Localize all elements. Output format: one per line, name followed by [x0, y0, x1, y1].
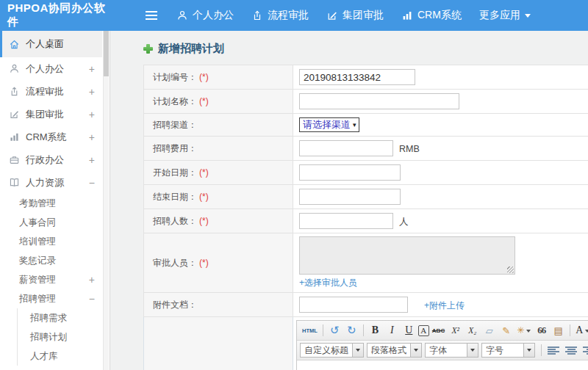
field-value-cell: RMB — [293, 137, 588, 161]
font-size-select[interactable]: 字号 — [481, 343, 535, 358]
sidebar-item-label: 培训管理 — [19, 236, 56, 248]
undo-button[interactable]: ↺ — [327, 323, 343, 338]
format-painter-button[interactable]: ✳ — [515, 323, 532, 338]
brush-button[interactable]: ✎ — [498, 323, 514, 338]
sidebar-item-personal-desktop[interactable]: 个人桌面 — [0, 31, 102, 57]
channel-select-value: 请选择渠道 — [303, 118, 351, 131]
sidebar-item-process-approval[interactable]: 流程审批+ — [0, 80, 102, 103]
sidebar-item-talent-pool[interactable]: 人才库 — [17, 347, 102, 366]
font-color-button[interactable]: A — [574, 323, 588, 338]
align-left-button[interactable] — [548, 347, 559, 355]
collapse-minus-icon[interactable]: − — [89, 177, 95, 189]
attachment-input[interactable] — [299, 297, 408, 313]
topnav-item-group-approval[interactable]: 集团审批 — [326, 9, 384, 22]
sidebar-item-label: 流程审批 — [26, 85, 64, 98]
custom-heading-select[interactable]: 自定义标题 — [300, 343, 364, 358]
field-label-cell: 招聘人数：(*) — [144, 209, 293, 233]
sidebar-item-label: 个人桌面 — [26, 37, 64, 51]
sidebar-item-training-mgmt[interactable]: 培训管理 — [0, 232, 102, 251]
topnav-item-crm-system[interactable]: CRM系统 — [401, 9, 462, 22]
sidebar-item-attendance-mgmt[interactable]: 考勤管理 — [0, 194, 102, 213]
sidebar-scrollbar[interactable] — [103, 31, 109, 370]
required-marker: (*) — [199, 72, 209, 82]
sidebar-item-recruitment-demand[interactable]: 招聘需求 — [17, 308, 102, 327]
sidebar-item-human-resources[interactable]: 人力资源− — [0, 171, 102, 194]
select-caret-button[interactable] — [410, 344, 421, 357]
expand-plus-icon[interactable]: + — [89, 274, 95, 286]
field-value-cell — [293, 90, 588, 114]
select-label: 字体 — [426, 344, 467, 357]
approver-textarea[interactable] — [299, 236, 515, 275]
html-source-button[interactable]: HTML — [301, 323, 319, 338]
topnav-item-personal-office[interactable]: 个人办公 — [176, 9, 234, 22]
sidebar-item-label: CRM系统 — [26, 131, 67, 144]
paste-text-button[interactable]: ▤ — [551, 323, 566, 338]
topnav-item-more-apps[interactable]: 更多应用 — [479, 9, 531, 22]
sidebar-item-label: 招聘管理 — [19, 293, 56, 305]
redo-button[interactable]: ↻ — [344, 323, 359, 338]
hamburger-icon[interactable] — [146, 11, 157, 20]
topnav-label: 更多应用 — [479, 9, 520, 22]
collapse-minus-icon[interactable]: − — [89, 293, 95, 305]
plan-number-input[interactable] — [299, 69, 415, 85]
caret-down-icon — [525, 14, 531, 21]
select-caret-button[interactable] — [352, 344, 363, 357]
field-label: 计划名称： — [153, 96, 197, 106]
superscript-button[interactable]: X² — [448, 323, 463, 338]
sidebar-item-crm-system[interactable]: CRM系统+ — [0, 126, 102, 148]
sidebar-item-recruitment-plan[interactable]: 招聘计划 — [17, 327, 102, 347]
headcount-input[interactable] — [299, 213, 393, 229]
align-center-button[interactable] — [565, 347, 577, 355]
attachment-upload-link[interactable]: +附件上传 — [424, 300, 465, 311]
sidebar-item-personnel-contract[interactable]: 人事合同 — [0, 213, 102, 232]
start-date-input[interactable] — [299, 164, 401, 181]
channel-select[interactable]: 请选择渠道 ▾ — [299, 117, 359, 132]
user-icon — [9, 63, 20, 74]
field-label: 开始日期： — [153, 167, 197, 178]
font-frame-button[interactable]: A — [418, 325, 429, 336]
choose-approver-link[interactable]: +选择审批人员 — [299, 277, 588, 289]
editor-content-area[interactable] — [297, 360, 588, 370]
sidebar-item-reward-punishment[interactable]: 奖惩记录 — [0, 251, 102, 270]
align-right-button[interactable] — [583, 347, 588, 355]
end-date-input[interactable] — [299, 189, 401, 205]
field-value-cell — [293, 185, 588, 209]
field-label-cell: 附件文档： — [144, 293, 293, 317]
form-row: 招聘人数：(*) 人 — [144, 209, 588, 233]
topnav-label: CRM系统 — [417, 9, 462, 22]
fee-input[interactable] — [299, 140, 393, 156]
expand-plus-icon[interactable]: + — [89, 109, 95, 120]
sidebar-item-recruitment-mgmt[interactable]: 招聘管理− — [0, 289, 102, 308]
process-icon — [9, 86, 20, 97]
form-row: 计划名称：(*) — [144, 90, 588, 114]
sidebar-item-group-approval[interactable]: 集团审批+ — [0, 103, 102, 126]
sidebar-item-admin-office[interactable]: 行政办公+ — [0, 148, 102, 171]
font-family-select[interactable]: 字体 — [425, 343, 478, 358]
strikethrough-button[interactable]: ABC — [431, 323, 446, 338]
field-value-cell: 请选择渠道 ▾ — [293, 114, 588, 137]
expand-plus-icon[interactable]: + — [89, 131, 95, 143]
underline-button[interactable]: U — [401, 323, 417, 338]
field-value-cell: 人 — [293, 209, 588, 233]
toolbar-separator — [570, 324, 570, 336]
subscript-button[interactable]: X₂ — [465, 323, 480, 338]
field-label: 审批人员： — [153, 258, 197, 268]
sidebar-item-salary-mgmt[interactable]: 薪资管理+ — [0, 270, 102, 289]
paragraph-format-select[interactable]: 段落格式 — [367, 343, 422, 358]
sidebar-scrollbar-thumb[interactable] — [104, 31, 109, 76]
select-caret-button[interactable] — [467, 344, 478, 357]
select-caret-button[interactable] — [523, 344, 534, 357]
blockquote-button[interactable]: 66 — [534, 323, 549, 338]
eraser-button[interactable]: ▱ — [481, 323, 497, 338]
sidebar: 个人桌面个人办公+流程审批+集团审批+CRM系统+行政办公+人力资源−考勤管理人… — [0, 31, 110, 370]
field-label: 结束日期： — [153, 192, 197, 202]
topnav-item-process-approval[interactable]: 流程审批 — [251, 9, 309, 22]
plan-name-input[interactable] — [299, 93, 459, 109]
expand-plus-icon[interactable]: + — [89, 154, 95, 166]
sidebar-item-personal-office[interactable]: 个人办公+ — [0, 57, 102, 80]
bold-button[interactable]: B — [368, 323, 383, 338]
expand-plus-icon[interactable]: + — [89, 63, 95, 75]
italic-button[interactable]: I — [384, 323, 400, 338]
field-label: 招聘渠道： — [153, 120, 197, 130]
expand-plus-icon[interactable]: + — [89, 86, 95, 98]
